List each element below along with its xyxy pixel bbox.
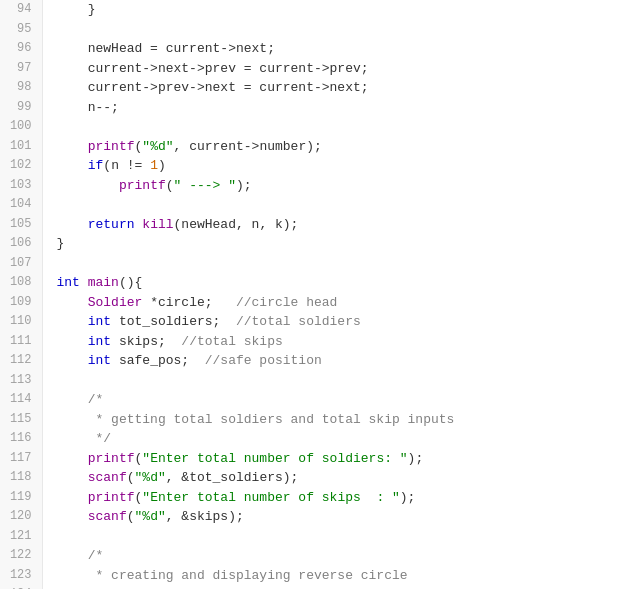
table-row: 109 Soldier *circle; //circle head	[0, 293, 625, 313]
code-token: int	[88, 353, 111, 368]
code-line: * creating and displaying reverse circle	[42, 566, 625, 586]
line-number: 123	[0, 566, 42, 586]
code-line: int safe_pos; //safe position	[42, 351, 625, 371]
table-row: 102 if(n != 1)	[0, 156, 625, 176]
code-token: "Enter total number of skips : "	[142, 490, 399, 505]
line-number: 103	[0, 176, 42, 196]
line-number: 121	[0, 527, 42, 547]
table-row: 116 */	[0, 429, 625, 449]
code-token: (){	[119, 275, 142, 290]
table-row: 107	[0, 254, 625, 274]
line-number: 110	[0, 312, 42, 332]
code-token	[57, 139, 88, 154]
line-number: 94	[0, 0, 42, 20]
code-line: newHead = current->next;	[42, 39, 625, 59]
table-row: 122 /*	[0, 546, 625, 566]
code-line: int main(){	[42, 273, 625, 293]
code-token: , current->number);	[174, 139, 322, 154]
code-token: printf	[88, 139, 135, 154]
code-line: */	[42, 429, 625, 449]
table-row: 115 * getting total soldiers and total s…	[0, 410, 625, 430]
code-token: " ---> "	[174, 178, 236, 193]
line-number: 100	[0, 117, 42, 137]
code-line: printf("%d", current->number);	[42, 137, 625, 157]
code-line: printf(" ---> ");	[42, 176, 625, 196]
line-number: 118	[0, 468, 42, 488]
code-line: }	[42, 234, 625, 254]
line-number: 95	[0, 20, 42, 40]
code-token: printf	[88, 490, 135, 505]
line-number: 104	[0, 195, 42, 215]
code-token: if	[88, 158, 104, 173]
code-token: , &skips);	[166, 509, 244, 524]
code-token: //safe position	[205, 353, 322, 368]
code-token: //total soldiers	[236, 314, 361, 329]
code-token: );	[236, 178, 252, 193]
table-row: 104	[0, 195, 625, 215]
code-token: current->prev->next = current->next;	[57, 80, 369, 95]
code-token: (	[127, 509, 135, 524]
code-token: n--;	[57, 100, 119, 115]
code-token	[57, 490, 88, 505]
code-token: newHead = current->next;	[57, 41, 275, 56]
code-token	[80, 275, 88, 290]
code-token: */	[57, 431, 112, 446]
code-token: }	[57, 2, 96, 17]
line-number: 114	[0, 390, 42, 410]
code-token	[57, 295, 88, 310]
code-token	[57, 217, 88, 232]
code-token: , &tot_soldiers);	[166, 470, 299, 485]
code-token: *circle;	[142, 295, 236, 310]
table-row: 124 */	[0, 585, 625, 589]
code-token: (n !=	[103, 158, 150, 173]
code-token: /*	[57, 548, 104, 563]
code-token: }	[57, 236, 65, 251]
table-row: 118 scanf("%d", &tot_soldiers);	[0, 468, 625, 488]
code-token: kill	[142, 217, 173, 232]
table-row: 103 printf(" ---> ");	[0, 176, 625, 196]
line-number: 98	[0, 78, 42, 98]
code-token: safe_pos;	[111, 353, 205, 368]
code-token: (newHead, n, k);	[174, 217, 299, 232]
line-number: 120	[0, 507, 42, 527]
table-row: 108int main(){	[0, 273, 625, 293]
line-number: 101	[0, 137, 42, 157]
code-line	[42, 371, 625, 391]
code-token: int	[57, 275, 80, 290]
code-line: scanf("%d", &tot_soldiers);	[42, 468, 625, 488]
table-row: 100	[0, 117, 625, 137]
line-number: 116	[0, 429, 42, 449]
line-number: 112	[0, 351, 42, 371]
code-token: "Enter total number of soldiers: "	[142, 451, 407, 466]
code-token: * creating and displaying reverse circle	[57, 568, 408, 583]
code-line	[42, 254, 625, 274]
code-token: tot_soldiers;	[111, 314, 236, 329]
line-number: 97	[0, 59, 42, 79]
code-token	[57, 451, 88, 466]
code-token: printf	[88, 451, 135, 466]
line-number: 107	[0, 254, 42, 274]
code-token	[57, 353, 88, 368]
code-line: /*	[42, 546, 625, 566]
code-line	[42, 527, 625, 547]
code-line: return kill(newHead, n, k);	[42, 215, 625, 235]
table-row: 99 n--;	[0, 98, 625, 118]
code-line	[42, 195, 625, 215]
table-row: 98 current->prev->next = current->next;	[0, 78, 625, 98]
code-token: );	[400, 490, 416, 505]
code-token: current->next->prev = current->prev;	[57, 61, 369, 76]
code-token: int	[88, 334, 111, 349]
code-line	[42, 20, 625, 40]
code-token	[57, 178, 119, 193]
code-token	[57, 158, 88, 173]
line-number: 96	[0, 39, 42, 59]
table-row: 95	[0, 20, 625, 40]
table-row: 123 * creating and displaying reverse ci…	[0, 566, 625, 586]
code-token: (	[127, 470, 135, 485]
code-token: );	[408, 451, 424, 466]
table-row: 101 printf("%d", current->number);	[0, 137, 625, 157]
table-row: 112 int safe_pos; //safe position	[0, 351, 625, 371]
code-line: */	[42, 585, 625, 589]
code-token: Soldier	[88, 295, 143, 310]
line-number: 108	[0, 273, 42, 293]
